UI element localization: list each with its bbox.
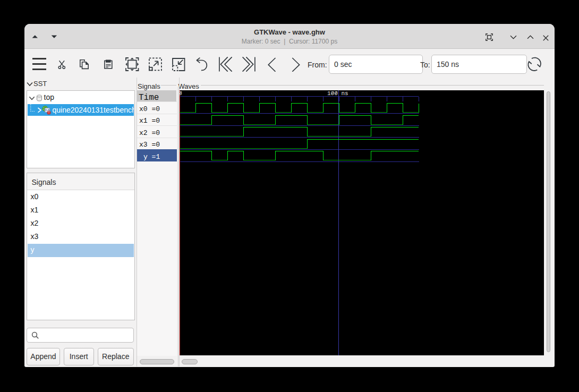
- svg-text:0: 0: [179, 90, 182, 97]
- svg-text:100 ns: 100 ns: [327, 90, 348, 97]
